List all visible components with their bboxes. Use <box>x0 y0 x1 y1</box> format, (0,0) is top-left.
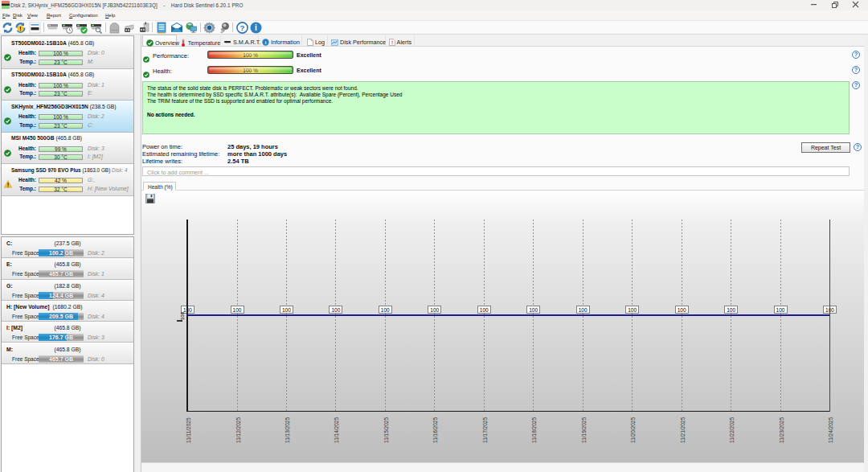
svg-text:i: i <box>255 23 257 32</box>
svg-text:?: ? <box>240 23 245 32</box>
